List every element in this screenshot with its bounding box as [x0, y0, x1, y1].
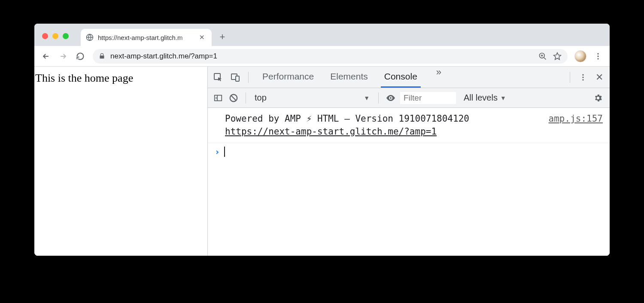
svg-point-4 — [597, 58, 598, 59]
tab-console[interactable]: Console — [381, 67, 421, 88]
tab-title: https://next-amp-start.glitch.m — [98, 34, 193, 41]
back-button[interactable] — [39, 49, 53, 64]
tab-performance[interactable]: Performance — [259, 67, 317, 88]
devtools-menu-icon[interactable] — [577, 71, 589, 83]
svg-point-10 — [582, 79, 583, 80]
svg-point-3 — [597, 55, 598, 57]
clear-console-icon[interactable] — [228, 92, 240, 104]
console-output: amp.js:157 Powered by AMP ⚡ HTML – Versi… — [208, 108, 610, 256]
zoom-icon[interactable] — [538, 52, 547, 61]
svg-point-2 — [597, 53, 598, 54]
device-toolbar-icon[interactable] — [229, 71, 241, 83]
minimize-window-button[interactable] — [52, 33, 58, 39]
url-text: next-amp-start.glitch.me/?amp=1 — [110, 52, 533, 61]
address-bar[interactable]: next-amp-start.glitch.me/?amp=1 — [93, 49, 568, 64]
svg-point-8 — [582, 74, 583, 75]
devtools-tabstrip: Performance Elements Console » ✕ — [208, 67, 610, 88]
tabs-overflow-icon[interactable]: » — [430, 67, 447, 88]
reload-button[interactable] — [73, 49, 88, 64]
text-cursor — [224, 147, 225, 157]
context-label: top — [255, 93, 267, 103]
chevron-down-icon: ▼ — [500, 95, 506, 101]
levels-label: All levels — [464, 93, 498, 103]
forward-button[interactable] — [56, 49, 70, 64]
browser-window: https://next-amp-start.glitch.m ✕ + next… — [34, 24, 610, 256]
context-selector[interactable]: top ▼ — [252, 93, 372, 103]
tab-bar: https://next-amp-start.glitch.m ✕ + — [34, 24, 610, 46]
globe-icon — [86, 34, 94, 41]
console-log-entry: amp.js:157 Powered by AMP ⚡ HTML – Versi… — [208, 108, 610, 143]
close-tab-icon[interactable]: ✕ — [197, 33, 207, 42]
devtools-close-icon[interactable]: ✕ — [593, 71, 605, 83]
window-controls — [42, 33, 69, 39]
filter-input[interactable] — [400, 92, 456, 104]
toolbar: next-amp-start.glitch.me/?amp=1 — [34, 46, 610, 67]
devtools-panel: Performance Elements Console » ✕ — [207, 67, 610, 256]
log-source-link[interactable]: amp.js:157 — [549, 112, 603, 125]
maximize-window-button[interactable] — [63, 33, 69, 39]
bookmark-star-icon[interactable] — [553, 52, 562, 61]
svg-rect-7 — [236, 76, 239, 81]
live-expression-icon[interactable] — [385, 92, 397, 104]
browser-tab[interactable]: https://next-amp-start.glitch.m ✕ — [81, 29, 212, 46]
page-viewport: This is the home page — [34, 67, 207, 256]
prompt-caret-icon: › — [215, 147, 220, 157]
new-tab-button[interactable]: + — [214, 29, 231, 45]
inspect-element-icon[interactable] — [212, 71, 224, 83]
log-message-url[interactable]: https://next-amp-start.glitch.me/?amp=1 — [225, 126, 437, 137]
chevron-down-icon: ▼ — [364, 95, 370, 101]
svg-rect-11 — [215, 95, 222, 101]
console-toolbar: top ▼ All levels ▼ — [208, 88, 610, 108]
svg-point-9 — [582, 77, 583, 78]
console-settings-icon[interactable] — [591, 93, 605, 103]
log-levels-selector[interactable]: All levels ▼ — [464, 93, 506, 103]
content-area: This is the home page Performance Elemen… — [34, 67, 610, 256]
page-body-text: This is the home page — [35, 72, 133, 84]
toggle-sidebar-icon[interactable] — [212, 92, 224, 104]
lock-icon — [99, 53, 105, 59]
log-message-line-1: Powered by AMP ⚡ HTML – Version 19100718… — [225, 113, 469, 124]
tab-elements[interactable]: Elements — [327, 67, 371, 88]
browser-menu-button[interactable] — [591, 52, 605, 61]
tabs: https://next-amp-start.glitch.m ✕ + — [81, 24, 231, 46]
profile-avatar[interactable] — [574, 50, 586, 62]
omnibox-actions — [538, 52, 562, 61]
console-prompt[interactable]: › — [208, 143, 610, 160]
close-window-button[interactable] — [42, 33, 48, 39]
